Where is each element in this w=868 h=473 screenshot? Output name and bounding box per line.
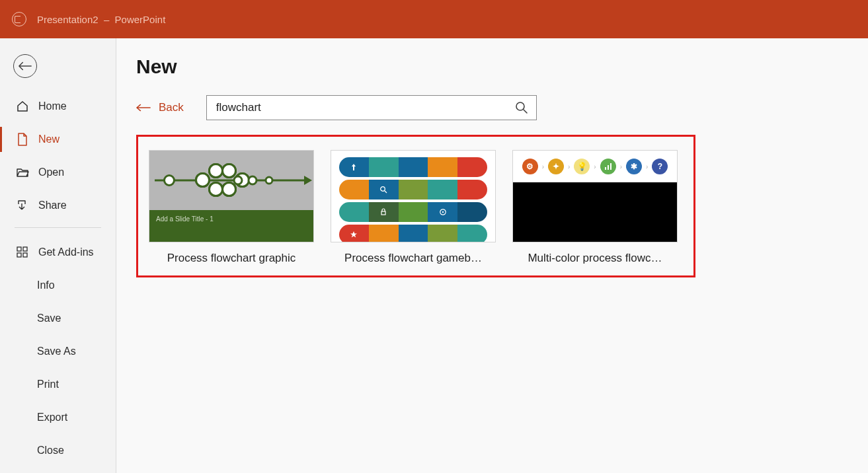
sidebar-item-home[interactable]: Home <box>0 90 116 123</box>
svg-rect-9 <box>605 167 606 170</box>
template-label: Multi-color process flowc… <box>512 252 678 265</box>
slide-hint-text: Add a Slide Title - 1 <box>149 210 313 242</box>
back-button[interactable] <box>13 54 37 78</box>
sidebar-item-saveas[interactable]: Save As <box>0 335 116 368</box>
template-label: Process flowchart gameb… <box>331 252 496 265</box>
title-bar: Presentation2 – PowerPoint <box>0 0 868 38</box>
sidebar-item-label: Open <box>38 166 64 178</box>
sidebar-item-label: Home <box>38 100 67 112</box>
svg-point-4 <box>516 102 524 110</box>
search-button[interactable] <box>512 98 531 117</box>
home-icon <box>16 100 29 113</box>
sidebar-item-new[interactable]: New <box>0 123 116 156</box>
template-process-flowchart-gameboard[interactable]: Process flowchart gameb… <box>331 150 496 265</box>
svg-rect-6 <box>381 211 385 215</box>
sidebar-item-label: Close <box>37 445 64 456</box>
sidebar-divider <box>15 227 101 228</box>
powerpoint-icon <box>12 12 26 26</box>
sidebar-item-info[interactable]: Info <box>0 269 116 302</box>
sidebar-item-label: Get Add-ins <box>38 246 94 258</box>
svg-rect-11 <box>610 163 612 170</box>
search-input[interactable] <box>215 100 512 115</box>
sidebar-item-label: Save <box>37 312 61 324</box>
search-toolbar: Back <box>136 95 868 120</box>
template-results-highlight: Add a Slide Title - 1 Process flowchart … <box>136 135 695 277</box>
svg-point-5 <box>381 187 385 192</box>
document-title: Presentation2 <box>37 14 99 25</box>
template-thumbnail <box>331 150 496 242</box>
share-icon <box>16 199 29 212</box>
sidebar-item-label: Export <box>37 412 67 423</box>
folder-open-icon <box>16 166 29 179</box>
template-thumbnail: Add a Slide Title - 1 <box>149 150 314 242</box>
template-search-box[interactable] <box>206 95 537 120</box>
page-title: New <box>136 55 868 78</box>
template-thumbnail: ⚙› ✦› 💡› › ✱› ? <box>512 150 678 242</box>
sidebar-item-label: Info <box>37 279 55 291</box>
svg-rect-3 <box>23 253 27 257</box>
search-icon <box>515 101 528 114</box>
sidebar-item-label: Share <box>38 200 67 211</box>
sidebar-item-share[interactable]: Share <box>0 189 116 222</box>
template-process-flowchart-graphic[interactable]: Add a Slide Title - 1 Process flowchart … <box>149 150 314 265</box>
backstage-sidebar: Home New Open Share <box>0 38 116 473</box>
search-back-button[interactable]: Back <box>136 101 184 114</box>
sidebar-item-save[interactable]: Save <box>0 302 116 335</box>
svg-point-8 <box>442 211 444 213</box>
svg-rect-1 <box>23 247 27 251</box>
back-label: Back <box>159 101 184 114</box>
sidebar-item-print[interactable]: Print <box>0 368 116 401</box>
sidebar-item-open[interactable]: Open <box>0 156 116 189</box>
title-separator: – <box>99 14 115 25</box>
sidebar-item-label: Save As <box>37 346 76 357</box>
svg-rect-0 <box>17 247 21 251</box>
arrow-left-icon <box>18 61 32 71</box>
template-multicolor-process-flowchart[interactable]: ⚙› ✦› 💡› › ✱› ? Multi-color process flow… <box>512 150 678 265</box>
app-name: PowerPoint <box>115 14 166 25</box>
arrow-left-icon <box>136 104 151 112</box>
svg-rect-2 <box>17 253 21 257</box>
main-pane: New Back <box>116 38 868 473</box>
sidebar-item-getaddins[interactable]: Get Add-ins <box>0 236 116 269</box>
new-file-icon <box>16 133 29 146</box>
sidebar-item-export[interactable]: Export <box>0 401 116 434</box>
addins-icon <box>16 246 29 259</box>
sidebar-item-close[interactable]: Close <box>0 434 116 467</box>
sidebar-item-label: Print <box>37 379 59 390</box>
template-label: Process flowchart graphic <box>149 252 314 265</box>
sidebar-item-label: New <box>38 133 59 145</box>
svg-rect-10 <box>608 165 609 170</box>
